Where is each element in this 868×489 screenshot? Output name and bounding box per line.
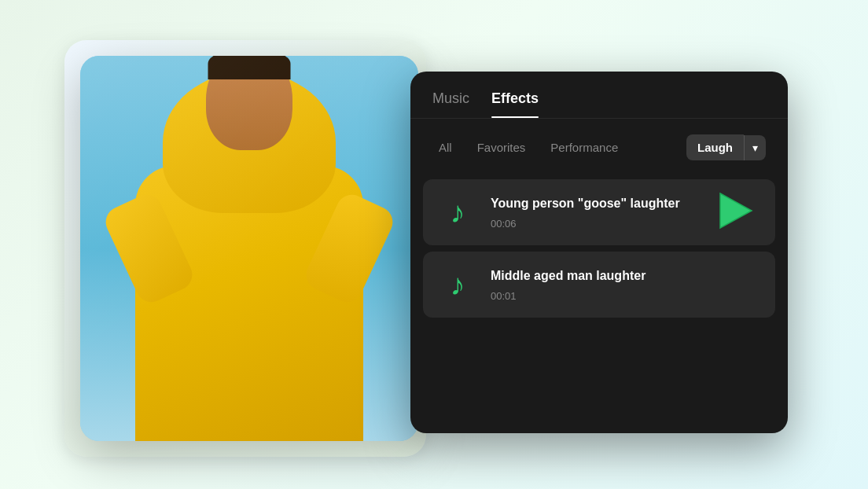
dropdown-arrow-button[interactable]: ▾ bbox=[744, 135, 766, 160]
filter-performance[interactable]: Performance bbox=[544, 138, 624, 157]
filter-all[interactable]: All bbox=[432, 138, 458, 157]
effect-item-2[interactable]: ♪ Middle aged man laughter 00:01 bbox=[423, 252, 775, 318]
play-arrow-svg bbox=[715, 190, 756, 231]
music-icon-wrapper-1: ♪ bbox=[437, 192, 478, 233]
main-container: Music Effects All Favorites Performance … bbox=[80, 40, 788, 449]
filter-dropdown: Laugh ▾ bbox=[686, 134, 766, 160]
play-cursor-arrow bbox=[715, 190, 756, 234]
music-note-icon-1: ♪ bbox=[451, 196, 465, 230]
photo-card bbox=[80, 56, 418, 441]
effect-duration-2: 00:01 bbox=[491, 290, 761, 302]
music-icon-wrapper-2: ♪ bbox=[437, 264, 478, 305]
effects-list: ♪ Young person "goose" laughter 00:06 ♪ bbox=[410, 173, 788, 324]
tab-effects[interactable]: Effects bbox=[491, 90, 539, 118]
tab-bar: Music Effects bbox=[410, 72, 788, 119]
effect-item-1[interactable]: ♪ Young person "goose" laughter 00:06 bbox=[423, 179, 775, 245]
panel-card: Music Effects All Favorites Performance … bbox=[410, 72, 788, 433]
effect-title-2: Middle aged man laughter bbox=[491, 267, 761, 285]
tab-music[interactable]: Music bbox=[432, 90, 469, 118]
filter-favorites[interactable]: Favorites bbox=[471, 138, 532, 157]
filter-bar: All Favorites Performance Laugh ▾ bbox=[410, 119, 788, 173]
svg-marker-0 bbox=[720, 193, 752, 228]
music-note-icon-2: ♪ bbox=[451, 268, 465, 302]
effect-info-2: Middle aged man laughter 00:01 bbox=[491, 267, 761, 301]
dropdown-label[interactable]: Laugh bbox=[686, 134, 744, 160]
